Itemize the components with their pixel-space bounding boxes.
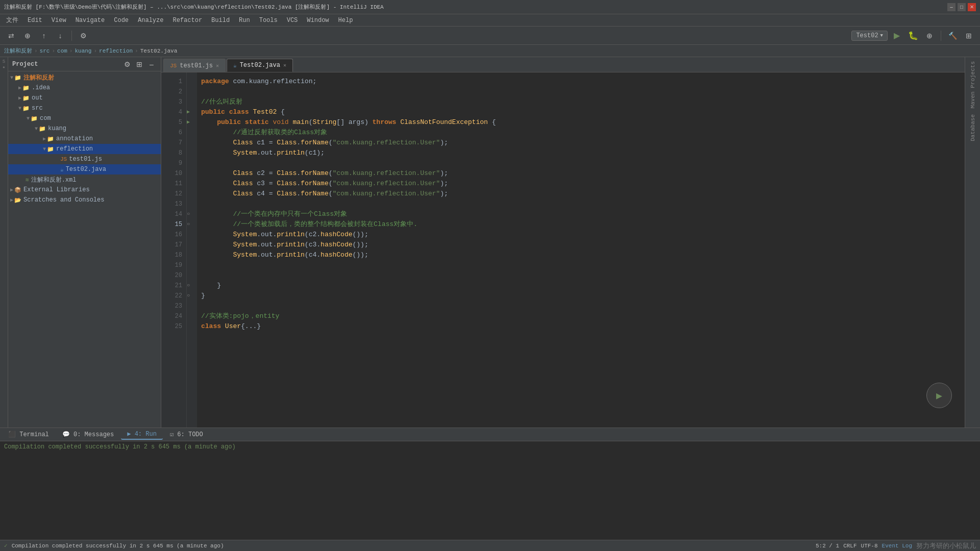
menu-analyze[interactable]: Analyze bbox=[134, 16, 167, 25]
gutter-run-class[interactable]: ▶ bbox=[187, 107, 197, 117]
tree-label-out: out bbox=[32, 94, 43, 102]
debug-button[interactable]: 🐛 bbox=[906, 29, 920, 43]
bottom-tab-messages[interactable]: 💬 0: Messages bbox=[56, 430, 120, 439]
tree-label-idea: .idea bbox=[32, 84, 50, 91]
bottom-content: Compilation completed successfully in 2 … bbox=[0, 441, 980, 540]
gutter-run-main[interactable]: ▶ bbox=[187, 117, 197, 128]
structure-panel-toggle[interactable]: S bbox=[3, 59, 5, 64]
event-log-button[interactable]: Event Log bbox=[882, 543, 912, 549]
maximize-button[interactable]: □ bbox=[958, 3, 966, 11]
breadcrumb-root[interactable]: 注解和反射 bbox=[4, 47, 32, 55]
maven-projects-label[interactable]: Maven Projects bbox=[969, 59, 977, 110]
main-area: S ★ Project ⚙ ⊞ – ▼ 📁 注解和反射 ▶ 📁 .idea bbox=[0, 57, 980, 428]
menu-edit[interactable]: Edit bbox=[23, 16, 46, 25]
expand-icon: ▶ bbox=[43, 136, 46, 142]
menu-tools[interactable]: Tools bbox=[255, 16, 282, 25]
tab-close-test01js[interactable]: ✕ bbox=[216, 63, 219, 69]
tree-item-root[interactable]: ▼ 📁 注解和反射 bbox=[8, 72, 161, 83]
menu-file[interactable]: 文件 bbox=[2, 15, 22, 26]
tree-item-kuang[interactable]: ▼ 📁 kuang bbox=[8, 123, 161, 134]
expand-icon: ▶ bbox=[18, 95, 21, 101]
editor-tabs: JS test01.js ✕ ☕ Test02.java ✕ bbox=[161, 57, 965, 72]
close-button[interactable]: ✕ bbox=[968, 3, 976, 11]
breadcrumb-src[interactable]: src bbox=[40, 48, 50, 54]
tab-label-test02java: Test02.java bbox=[240, 62, 280, 69]
run-config[interactable]: Test02 ▼ bbox=[851, 31, 888, 41]
tab-icon-java: ☕ bbox=[233, 62, 237, 69]
project-tree: ▼ 📁 注解和反射 ▶ 📁 .idea ▶ 📁 out ▼ 📁 src bbox=[8, 71, 161, 428]
toolbar-sync-button[interactable]: ⇄ bbox=[4, 29, 18, 43]
run-overlay-button[interactable]: ▶ bbox=[926, 383, 952, 408]
favorites-panel-toggle[interactable]: ★ bbox=[3, 64, 5, 70]
expand-icon: ▶ bbox=[10, 197, 13, 203]
menu-vcs[interactable]: VCS bbox=[283, 16, 302, 25]
tree-item-idea[interactable]: ▶ 📁 .idea bbox=[8, 83, 161, 93]
tree-item-external-libs[interactable]: ▶ 📦 External Libraries bbox=[8, 185, 161, 195]
tree-item-reflection[interactable]: ▼ 📁 reflection bbox=[8, 144, 161, 154]
tree-item-test01js[interactable]: JS test01.js bbox=[8, 154, 161, 164]
toolbar: ⇄ ⊕ ↑ ↓ ⚙ Test02 ▼ ▶ 🐛 ⊕ 🔨 ⊞ bbox=[0, 27, 980, 45]
toolbar-settings-button[interactable]: ⚙ bbox=[76, 29, 90, 43]
tree-label-xml: 注解和反射.xml bbox=[31, 176, 77, 184]
tree-item-xml[interactable]: ≋ 注解和反射.xml bbox=[8, 174, 161, 185]
project-panel: Project ⚙ ⊞ – ▼ 📁 注解和反射 ▶ 📁 .idea ▶ bbox=[8, 57, 161, 428]
tree-item-src[interactable]: ▼ 📁 src bbox=[8, 103, 161, 113]
encoding[interactable]: UTF-8 bbox=[861, 543, 878, 549]
todo-label: 6: TODO bbox=[177, 431, 203, 438]
folder-icon: 📂 bbox=[14, 197, 21, 204]
toolbar-down-button[interactable]: ↓ bbox=[53, 29, 67, 43]
expand-icon: ▶ bbox=[18, 85, 21, 91]
project-panel-gear[interactable]: ⚙ bbox=[122, 59, 132, 69]
file-js-icon: JS bbox=[60, 156, 67, 162]
build-project-button[interactable]: 🔨 bbox=[945, 29, 960, 43]
run-with-coverage-button[interactable]: ⊕ bbox=[922, 29, 937, 43]
breadcrumb-reflection[interactable]: reflection bbox=[99, 48, 133, 54]
menu-help[interactable]: Help bbox=[334, 16, 357, 25]
tree-item-out[interactable]: ▶ 📁 out bbox=[8, 93, 161, 103]
expand-icon: ▼ bbox=[27, 116, 30, 121]
run-button[interactable]: ▶ bbox=[890, 29, 904, 43]
tree-item-scratches[interactable]: ▶ 📂 Scratches and Consoles bbox=[8, 195, 161, 205]
menu-code[interactable]: Code bbox=[110, 16, 133, 25]
menu-refactor[interactable]: Refactor bbox=[168, 16, 206, 25]
menu-window[interactable]: Window bbox=[303, 16, 333, 25]
database-label[interactable]: Database bbox=[969, 112, 977, 143]
cursor-position[interactable]: 5:2 / 1 bbox=[816, 543, 839, 549]
tree-item-com[interactable]: ▼ 📁 com bbox=[8, 113, 161, 123]
messages-label: 0: Messages bbox=[74, 431, 114, 438]
minimize-button[interactable]: – bbox=[947, 3, 955, 11]
status-bar-left: ✓ Compilation completed successfully in … bbox=[4, 542, 224, 549]
layout-button[interactable]: ⊞ bbox=[962, 29, 976, 43]
tab-close-test02java[interactable]: ✕ bbox=[283, 62, 286, 68]
breadcrumb: 注解和反射 › src › com › kuang › reflection ›… bbox=[0, 45, 980, 57]
editor-panel: JS test01.js ✕ ☕ Test02.java ✕ 12345 678… bbox=[161, 57, 965, 428]
code-editor[interactable]: package com.kuang.reflection; //什么叫反射 pu… bbox=[197, 72, 965, 428]
menu-build[interactable]: Build bbox=[207, 16, 234, 25]
project-panel-collapse[interactable]: – bbox=[146, 59, 157, 69]
tree-item-test02java[interactable]: ☕ Test02.java bbox=[8, 164, 161, 174]
tab-test02java[interactable]: ☕ Test02.java ✕ bbox=[227, 59, 293, 72]
expand-icon: ▼ bbox=[35, 126, 38, 132]
tree-label-kuang: kuang bbox=[48, 125, 66, 132]
project-panel-expand[interactable]: ⊞ bbox=[134, 59, 144, 69]
menu-run[interactable]: Run bbox=[235, 16, 254, 25]
toolbar-add-button[interactable]: ⊕ bbox=[20, 29, 35, 43]
tree-item-annotation[interactable]: ▶ 📁 annotation bbox=[8, 134, 161, 144]
toolbar-up-button[interactable]: ↑ bbox=[37, 29, 51, 43]
menu-navigate[interactable]: Navigate bbox=[71, 16, 109, 25]
bottom-tabs: ⬛ Terminal 💬 0: Messages ▶ 4: Run ☑ 6: T… bbox=[0, 428, 980, 441]
terminal-icon: ⬛ bbox=[8, 431, 16, 438]
tree-label-external-libs: External Libraries bbox=[23, 186, 90, 193]
bottom-tab-terminal[interactable]: ⬛ Terminal bbox=[2, 430, 55, 439]
status-compilation-text: Compilation completed successfully in 2 … bbox=[12, 543, 224, 549]
breadcrumb-kuang[interactable]: kuang bbox=[75, 48, 91, 54]
line-separator[interactable]: CRLF bbox=[843, 543, 856, 549]
menu-view[interactable]: View bbox=[47, 16, 70, 25]
bottom-tab-todo[interactable]: ☑ 6: TODO bbox=[164, 430, 209, 439]
tree-label-reflection: reflection bbox=[56, 145, 93, 153]
terminal-label: Terminal bbox=[19, 431, 49, 438]
breadcrumb-com[interactable]: com bbox=[57, 48, 67, 54]
tab-test01js[interactable]: JS test01.js ✕ bbox=[163, 59, 226, 72]
folder-icon: 📁 bbox=[47, 146, 54, 153]
bottom-tab-run[interactable]: ▶ 4: Run bbox=[121, 429, 163, 440]
